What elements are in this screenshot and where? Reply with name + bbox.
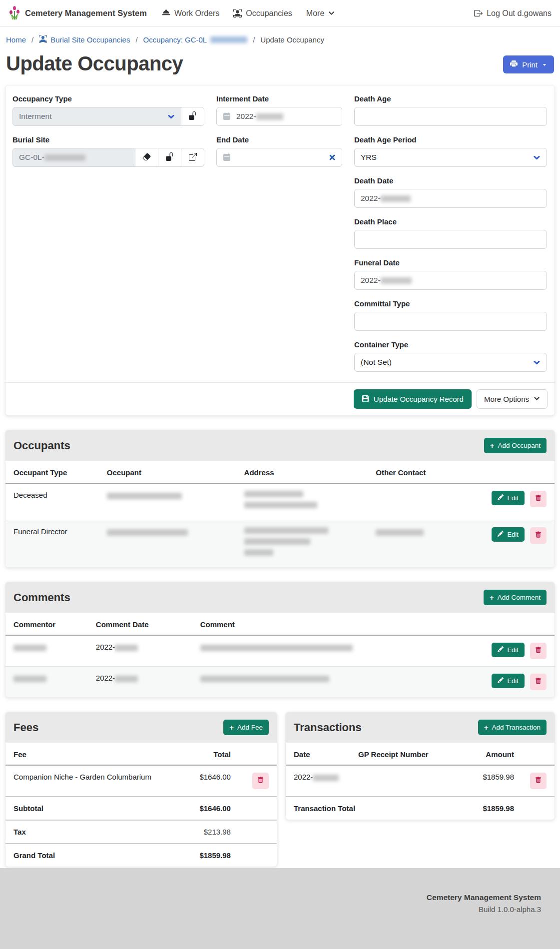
column-header: Date xyxy=(286,743,350,765)
occupant-contact-cell xyxy=(368,483,472,520)
add-comment-label: Add Comment xyxy=(498,594,541,601)
transaction-date-prefix: 2022- xyxy=(294,773,313,781)
column-header: Total xyxy=(174,743,239,765)
burial-site-open-button[interactable] xyxy=(181,148,204,167)
interment-date-value: 2022- xyxy=(236,112,256,121)
nav-work-orders[interactable]: Work Orders xyxy=(162,9,219,18)
occupancy-type-select[interactable]: Interment xyxy=(12,107,181,126)
plus-icon: + xyxy=(490,594,494,601)
funeral-date-value: 2022- xyxy=(361,276,381,285)
column-header: GP Receipt Number xyxy=(350,743,463,765)
transaction-delete-button[interactable] xyxy=(530,773,547,789)
occupant-edit-button[interactable]: Edit xyxy=(492,527,524,542)
interment-date-input[interactable]: 2022- xyxy=(216,107,342,126)
footer-build: Build 1.0.0-alpha.3 xyxy=(0,905,541,914)
committal-type-input[interactable] xyxy=(354,312,547,331)
trash-icon xyxy=(535,777,542,785)
fees-tax-row: Tax $213.98 xyxy=(5,820,277,844)
chevron-down-icon xyxy=(167,113,175,120)
edit-label: Edit xyxy=(507,646,518,654)
funeral-date-input[interactable]: 2022- xyxy=(354,271,547,290)
chevron-down-icon xyxy=(533,154,541,161)
breadcrumb-home[interactable]: Home xyxy=(6,35,26,44)
person-bounding-box-icon xyxy=(233,9,242,17)
nav-occupancies-label: Occupancies xyxy=(246,9,292,18)
add-comment-button[interactable]: + Add Comment xyxy=(484,590,547,605)
breadcrumb-burial-site-occupancies[interactable]: Burial Site Occupancies xyxy=(39,35,130,44)
print-button[interactable]: Print xyxy=(503,55,554,73)
transaction-total-label: Transaction Total xyxy=(286,797,463,820)
occupant-delete-button[interactable] xyxy=(530,527,547,544)
redacted-text xyxy=(107,529,188,536)
transaction-total-row: Transaction Total $1859.98 xyxy=(286,797,555,820)
comment-delete-button[interactable] xyxy=(530,674,547,690)
occupancy-type-label: Occupancy Type xyxy=(12,94,204,103)
pencil-icon xyxy=(498,494,504,502)
redacted-text xyxy=(381,195,411,202)
occupancy-type-lock-button[interactable] xyxy=(181,107,204,126)
burial-site-value: GC-0L- xyxy=(19,153,44,162)
commentor-cell xyxy=(5,667,88,698)
edit-label: Edit xyxy=(507,677,518,685)
occupants-table: Occupant Type Occupant Address Other Con… xyxy=(5,461,555,567)
fee-name-cell: Companion Niche - Garden Columbarium xyxy=(5,765,174,797)
chevron-down-icon xyxy=(533,359,541,366)
fees-table: Fee Total Companion Niche - Garden Colum… xyxy=(5,743,277,867)
top-navbar: Cemetery Management System Work Orders O… xyxy=(0,0,560,27)
death-place-label: Death Place xyxy=(354,217,547,226)
plus-icon: + xyxy=(490,442,495,449)
death-age-period-select[interactable]: YRS xyxy=(354,148,547,167)
occupant-name-cell xyxy=(99,483,236,520)
death-date-value: 2022- xyxy=(361,194,381,203)
container-type-select[interactable]: (Not Set) xyxy=(354,353,547,372)
occupant-delete-button[interactable] xyxy=(530,491,547,507)
nav-more[interactable]: More xyxy=(306,9,335,18)
column-header: Occupant xyxy=(99,461,236,483)
end-date-clear-button[interactable] xyxy=(329,154,336,161)
update-occupancy-record-button[interactable]: Update Occupancy Record xyxy=(354,389,472,409)
end-date-input[interactable] xyxy=(216,148,342,167)
footer-title: Cemetery Management System xyxy=(0,893,541,902)
add-transaction-button[interactable]: + Add Transaction xyxy=(478,720,547,735)
fee-delete-button[interactable] xyxy=(252,773,269,789)
burial-site-input[interactable]: GC-0L- xyxy=(12,148,135,167)
comment-date-cell: 2022- xyxy=(88,635,192,667)
comment-cell xyxy=(192,667,473,698)
occupant-type-cell: Funeral Director xyxy=(5,520,99,568)
occupant-edit-button[interactable]: Edit xyxy=(492,491,524,505)
occupants-section: Occupants + Add Occupant Occupant Type O… xyxy=(5,430,555,568)
breadcrumb-occupancy[interactable]: Occupancy: GC-0L xyxy=(143,35,248,44)
more-options-button[interactable]: More Options xyxy=(477,389,548,409)
caret-down-icon xyxy=(542,60,547,69)
logout-link[interactable]: Log Out d.gowans xyxy=(474,9,552,18)
tax-value: $213.98 xyxy=(174,820,239,844)
add-fee-button[interactable]: + Add Fee xyxy=(223,720,269,735)
death-date-input[interactable]: 2022- xyxy=(354,189,547,208)
occupants-header: Occupants + Add Occupant xyxy=(5,430,555,461)
nav-occupancies[interactable]: Occupancies xyxy=(233,9,292,18)
column-header: Address xyxy=(236,461,368,483)
trash-icon xyxy=(257,777,264,785)
occupant-address-cell xyxy=(236,520,368,568)
burial-site-clear-button[interactable] xyxy=(135,148,158,167)
calendar-icon xyxy=(223,112,231,120)
fee-total-cell: $1646.00 xyxy=(174,765,239,797)
funeral-date-label: Funeral Date xyxy=(354,258,547,267)
transaction-receipt-cell xyxy=(350,765,463,797)
printer-icon xyxy=(510,60,518,69)
transactions-table: Date GP Receipt Number Amount 2022- $185… xyxy=(286,743,555,820)
burial-site-lock-button[interactable] xyxy=(158,148,181,167)
death-place-input[interactable] xyxy=(354,230,547,249)
comment-delete-button[interactable] xyxy=(530,643,547,659)
redacted-text xyxy=(44,154,85,161)
occupant-contact-cell xyxy=(368,520,472,568)
add-fee-label: Add Fee xyxy=(237,724,263,731)
add-occupant-button[interactable]: + Add Occupant xyxy=(484,438,547,453)
table-row: Deceased Edit xyxy=(5,483,555,520)
column-header: Amount xyxy=(463,743,522,765)
comment-edit-button[interactable]: Edit xyxy=(492,674,524,688)
death-age-input[interactable] xyxy=(354,107,547,126)
comment-edit-button[interactable]: Edit xyxy=(492,643,524,657)
occupant-type-cell: Deceased xyxy=(5,483,99,520)
print-label: Print xyxy=(522,60,538,69)
